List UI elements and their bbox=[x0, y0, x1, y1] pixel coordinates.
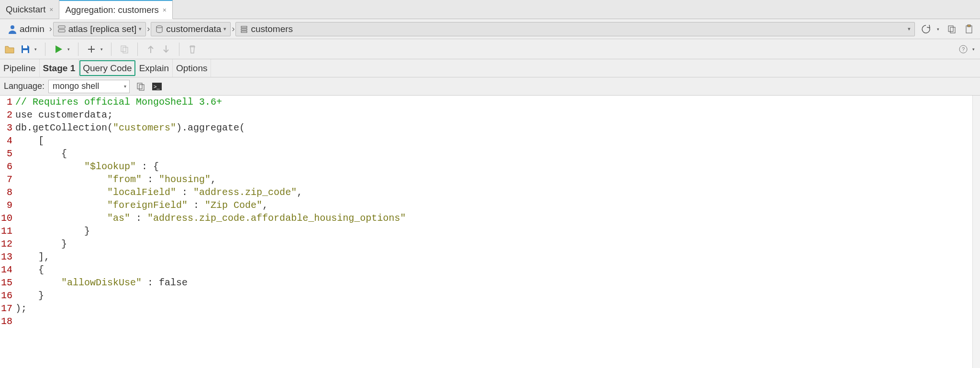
chevron-down-icon[interactable]: ▾ bbox=[936, 27, 942, 32]
code-token: "from" bbox=[107, 174, 142, 185]
code-line[interactable]: "allowDiskUse" : false bbox=[15, 276, 980, 289]
code-token: "address.zip_code" bbox=[193, 187, 297, 198]
code-line[interactable]: "$lookup" : { bbox=[15, 160, 980, 173]
code-line[interactable]: } bbox=[15, 238, 980, 250]
separator bbox=[179, 43, 179, 56]
code-token bbox=[15, 161, 84, 172]
close-icon[interactable]: × bbox=[163, 6, 167, 14]
code-editor[interactable]: 123456789101112131415161718 // Requires … bbox=[0, 96, 980, 368]
language-select[interactable]: mongo shell ▾ bbox=[48, 80, 130, 93]
code-line[interactable]: { bbox=[15, 263, 980, 276]
code-line[interactable]: "as" : "address.zip_code.affordable_hous… bbox=[15, 212, 980, 225]
code-token bbox=[15, 187, 107, 198]
svg-rect-4 bbox=[241, 26, 247, 28]
refresh-button[interactable] bbox=[919, 22, 933, 36]
move-up-button[interactable] bbox=[144, 42, 158, 56]
breadcrumb-cluster[interactable]: atlas [replica set] ▾ bbox=[53, 22, 146, 36]
open-shell-button[interactable]: >_ bbox=[150, 79, 164, 94]
code-token: , bbox=[211, 174, 216, 185]
code-token: } bbox=[15, 290, 44, 301]
chevron-down-icon[interactable]: ▾ bbox=[971, 47, 977, 52]
code-line[interactable]: } bbox=[15, 289, 980, 302]
tab-options[interactable]: Options bbox=[173, 59, 211, 77]
breadcrumb: admin › atlas [replica set] ▾ › customer… bbox=[0, 19, 980, 39]
code-token: "address.zip_code.affordable_housing_opt… bbox=[147, 213, 406, 224]
chevron-down-icon[interactable]: ▾ bbox=[33, 47, 39, 52]
separator bbox=[78, 43, 78, 56]
open-button[interactable] bbox=[3, 42, 17, 56]
code-line[interactable]: db.getCollection("customers").aggregate( bbox=[15, 121, 980, 134]
code-line[interactable]: "from" : "housing", bbox=[15, 173, 980, 186]
breadcrumb-database-label: customerdata bbox=[166, 24, 221, 34]
line-number: 1 bbox=[1, 96, 12, 108]
breadcrumb-collection-label: customers bbox=[251, 24, 293, 34]
code-token: // Requires official MongoShell 3.6+ bbox=[15, 97, 222, 108]
code-line[interactable]: { bbox=[15, 147, 980, 160]
chevron-down-icon: ▾ bbox=[908, 26, 911, 32]
copy-button[interactable] bbox=[945, 22, 959, 36]
code-line[interactable]: ); bbox=[15, 302, 980, 315]
svg-rect-8 bbox=[950, 27, 955, 33]
move-down-button[interactable] bbox=[159, 42, 173, 56]
paste-icon bbox=[964, 24, 974, 34]
duplicate-button[interactable] bbox=[117, 42, 132, 56]
code-token: "customers" bbox=[113, 122, 176, 133]
arrow-down-icon bbox=[162, 44, 170, 54]
language-selected: mongo shell bbox=[53, 81, 99, 91]
database-icon bbox=[155, 25, 164, 33]
code-line[interactable]: use customerdata; bbox=[15, 108, 980, 121]
separator bbox=[45, 43, 45, 56]
code-token: , bbox=[262, 200, 268, 211]
tab-pipeline[interactable]: Pipeline bbox=[0, 59, 40, 77]
line-number: 8 bbox=[1, 186, 12, 199]
svg-rect-18 bbox=[139, 85, 144, 90]
tab-aggregation[interactable]: Aggregation: customers × bbox=[59, 0, 173, 19]
line-number: 16 bbox=[1, 289, 12, 302]
play-icon bbox=[53, 44, 64, 54]
breadcrumb-cluster-label: atlas [replica set] bbox=[68, 24, 137, 34]
line-number: 9 bbox=[1, 199, 12, 212]
editor-code[interactable]: // Requires official MongoShell 3.6+use … bbox=[14, 96, 980, 368]
close-icon[interactable]: × bbox=[49, 6, 53, 13]
delete-button[interactable] bbox=[185, 42, 200, 56]
code-line[interactable]: // Requires official MongoShell 3.6+ bbox=[15, 96, 980, 108]
code-line[interactable]: "foreignField" : "Zip Code", bbox=[15, 199, 980, 212]
code-line[interactable]: [ bbox=[15, 134, 980, 147]
paste-button[interactable] bbox=[962, 22, 976, 36]
tab-quickstart[interactable]: Quickstart × bbox=[0, 0, 59, 19]
chevron-down-icon: ▾ bbox=[223, 26, 226, 32]
chevron-right-icon: › bbox=[146, 24, 151, 34]
code-token: : { bbox=[136, 161, 159, 172]
line-number: 6 bbox=[1, 160, 12, 173]
help-button[interactable]: ? bbox=[956, 42, 970, 56]
terminal-icon: >_ bbox=[152, 82, 162, 91]
chevron-down-icon[interactable]: ▾ bbox=[100, 47, 105, 52]
vertical-scrollbar[interactable] bbox=[972, 96, 980, 368]
tab-query-code[interactable]: Query Code bbox=[79, 60, 135, 76]
svg-text:?: ? bbox=[962, 46, 965, 52]
code-line[interactable]: } bbox=[15, 225, 980, 238]
plus-icon bbox=[87, 44, 96, 54]
save-button[interactable] bbox=[18, 42, 33, 56]
code-line[interactable]: ], bbox=[15, 250, 980, 263]
copy-code-button[interactable] bbox=[134, 79, 148, 94]
line-number: 15 bbox=[1, 276, 12, 289]
language-bar: Language: mongo shell ▾ >_ bbox=[0, 77, 980, 96]
code-line[interactable]: "localField" : "address.zip_code", bbox=[15, 186, 980, 199]
breadcrumb-user[interactable]: admin bbox=[4, 22, 48, 36]
help-icon: ? bbox=[958, 44, 968, 54]
breadcrumb-database[interactable]: customerdata ▾ bbox=[151, 22, 231, 36]
code-line[interactable] bbox=[15, 315, 980, 328]
tab-explain[interactable]: Explain bbox=[136, 59, 173, 77]
add-button[interactable] bbox=[84, 42, 99, 56]
run-button[interactable] bbox=[51, 42, 66, 56]
code-token: "as" bbox=[107, 213, 130, 224]
breadcrumb-collection[interactable]: customers ▾ bbox=[235, 22, 915, 36]
code-token: ).aggregate( bbox=[176, 122, 245, 133]
chevron-down-icon[interactable]: ▾ bbox=[67, 47, 72, 52]
line-number: 11 bbox=[1, 225, 12, 238]
svg-rect-11 bbox=[23, 45, 27, 48]
tab-stage-1[interactable]: Stage 1 bbox=[40, 59, 79, 77]
code-token: { bbox=[15, 264, 44, 275]
code-token: false bbox=[159, 277, 188, 288]
